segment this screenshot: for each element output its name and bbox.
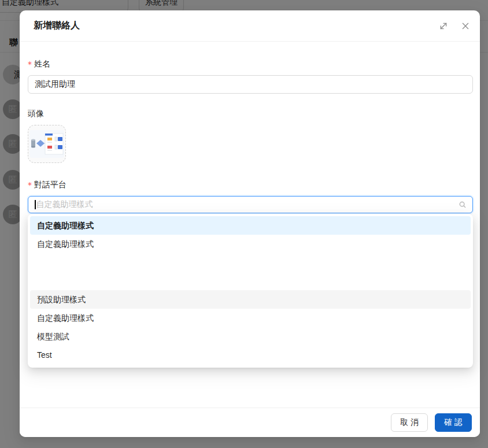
dropdown-option[interactable]: 自定義助理樣式 <box>30 235 471 253</box>
cancel-button[interactable]: 取 消 <box>391 413 428 432</box>
avatar-field-label: 頭像 <box>28 108 473 120</box>
avatar-upload[interactable] <box>28 125 66 163</box>
name-input[interactable] <box>28 75 473 94</box>
close-icon[interactable] <box>460 21 471 31</box>
dropdown-option <box>30 272 471 290</box>
text-caret <box>35 200 36 209</box>
dropdown-option[interactable]: 預設助理樣式 <box>30 290 471 309</box>
platform-select[interactable]: 自定義助理樣式 <box>28 196 473 213</box>
platform-dropdown: 自定義助理樣式自定義助理樣式預設助理樣式自定義助理樣式模型測試Test <box>28 214 473 368</box>
platform-select-placeholder: 自定義助理樣式 <box>36 199 93 210</box>
modal-title: 新增聯絡人 <box>34 20 80 32</box>
modal-header: 新增聯絡人 <box>20 10 480 42</box>
dropdown-option[interactable]: Test <box>30 346 471 364</box>
dropdown-list: 自定義助理樣式自定義助理樣式預設助理樣式自定義助理樣式模型測試Test <box>30 216 471 364</box>
dropdown-option <box>30 253 471 272</box>
dropdown-option[interactable]: 模型測試 <box>30 327 471 346</box>
modal-body: * 姓名 頭像 <box>20 58 480 213</box>
add-contact-modal: 新增聯絡人 * 姓名 頭像 <box>20 10 480 437</box>
search-icon <box>459 201 467 209</box>
dropdown-option[interactable]: 自定義助理樣式 <box>30 216 471 235</box>
required-asterisk: * <box>28 60 32 69</box>
expand-icon[interactable] <box>438 21 449 31</box>
required-asterisk: * <box>28 180 32 190</box>
name-field-label: * 姓名 <box>28 58 473 71</box>
avatar-flowchart-image <box>29 130 64 158</box>
platform-field-label: * 對話平台 <box>28 179 473 191</box>
modal-footer: 取 消 確 認 <box>20 408 480 437</box>
confirm-button[interactable]: 確 認 <box>435 413 472 432</box>
dropdown-option[interactable]: 自定義助理樣式 <box>30 309 471 327</box>
